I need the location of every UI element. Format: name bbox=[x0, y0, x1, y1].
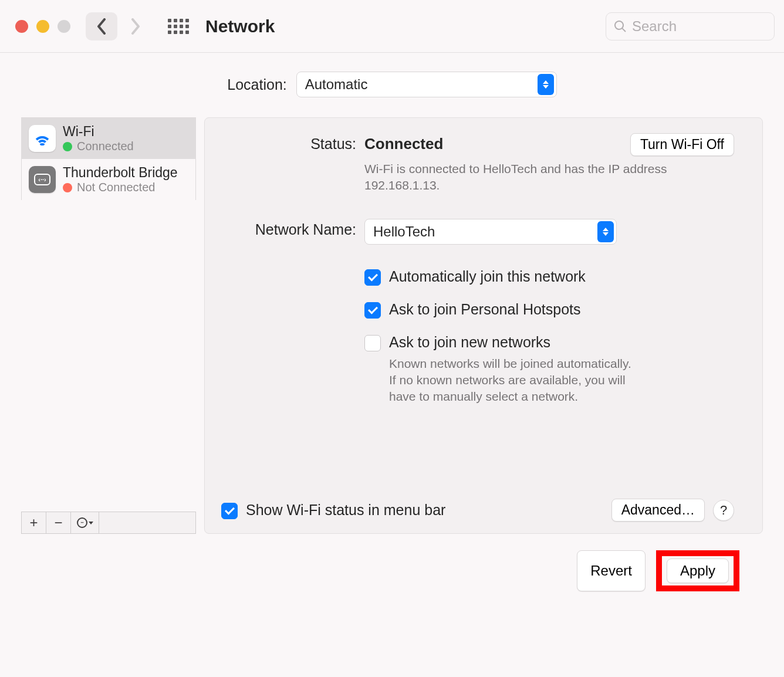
window-controls bbox=[15, 20, 70, 33]
footer-buttons: Revert Apply bbox=[21, 534, 763, 591]
back-button[interactable] bbox=[86, 12, 117, 40]
page-title: Network bbox=[205, 16, 275, 36]
service-status: Not Connected bbox=[77, 181, 155, 194]
remove-service-button[interactable]: − bbox=[46, 512, 71, 533]
status-dot-icon bbox=[63, 142, 72, 151]
detail-panel: Status: Connected Turn Wi-Fi Off Wi-Fi i… bbox=[204, 117, 763, 534]
service-name: Thunderbolt Bridge bbox=[63, 165, 178, 181]
sidebar-toolbar: + − ··· bbox=[21, 512, 196, 534]
apply-button[interactable]: Apply bbox=[667, 558, 729, 583]
new-networks-checkbox[interactable] bbox=[364, 335, 381, 351]
dropdown-stepper-icon bbox=[597, 221, 614, 242]
new-networks-label: Ask to join new networks bbox=[389, 334, 550, 350]
new-networks-checkbox-row: Ask to join new networks Known networks … bbox=[364, 334, 734, 405]
add-service-button[interactable]: + bbox=[22, 512, 46, 533]
turn-wifi-off-button[interactable]: Turn Wi-Fi Off bbox=[630, 133, 734, 156]
personal-hotspots-checkbox[interactable] bbox=[364, 302, 381, 319]
chevron-right-icon bbox=[130, 18, 141, 35]
service-status: Connected bbox=[77, 140, 134, 153]
network-name-label: Network Name: bbox=[221, 219, 356, 245]
location-label: Location: bbox=[227, 76, 286, 93]
close-window-button[interactable] bbox=[15, 20, 28, 33]
network-name-select[interactable]: HelloTech bbox=[364, 219, 617, 245]
network-name-value: HelloTech bbox=[373, 224, 435, 240]
location-value: Automatic bbox=[305, 76, 368, 93]
revert-button[interactable]: Revert bbox=[577, 550, 646, 591]
nav-buttons bbox=[86, 12, 151, 40]
location-row: Location: Automatic bbox=[21, 72, 763, 97]
dropdown-stepper-icon bbox=[538, 74, 554, 95]
titlebar: Network Search bbox=[0, 0, 784, 53]
auto-join-checkbox-row: Automatically join this network bbox=[364, 268, 734, 286]
service-list: Wi-Fi Connected ‹··› Thunderbolt Bridge bbox=[21, 117, 196, 512]
personal-hotspots-label: Ask to join Personal Hotspots bbox=[389, 301, 581, 318]
search-icon bbox=[613, 19, 627, 33]
more-actions-button[interactable]: ··· bbox=[71, 512, 99, 533]
status-description: Wi-Fi is connected to HelloTech and has … bbox=[364, 161, 734, 194]
search-placeholder: Search bbox=[632, 18, 677, 35]
status-dot-icon bbox=[63, 183, 72, 192]
show-status-checkbox-row: Show Wi-Fi status in menu bar bbox=[221, 502, 445, 519]
service-name: Wi-Fi bbox=[63, 124, 134, 140]
minimize-window-button[interactable] bbox=[36, 20, 49, 33]
chevron-left-icon bbox=[96, 18, 107, 35]
zoom-window-button[interactable] bbox=[58, 20, 70, 33]
location-select[interactable]: Automatic bbox=[296, 72, 557, 97]
show-status-label: Show Wi-Fi status in menu bar bbox=[246, 502, 445, 519]
service-item-wifi[interactable]: Wi-Fi Connected bbox=[21, 118, 196, 159]
thunderbolt-bridge-icon: ‹··› bbox=[29, 166, 56, 193]
more-icon: ··· bbox=[77, 517, 87, 528]
auto-join-label: Automatically join this network bbox=[389, 268, 586, 285]
chevron-down-icon bbox=[89, 522, 93, 524]
search-input[interactable]: Search bbox=[606, 12, 775, 40]
service-item-thunderbolt-bridge[interactable]: ‹··› Thunderbolt Bridge Not Connected bbox=[21, 159, 196, 200]
forward-button[interactable] bbox=[120, 12, 151, 40]
personal-hotspots-checkbox-row: Ask to join Personal Hotspots bbox=[364, 301, 734, 319]
auto-join-checkbox[interactable] bbox=[364, 269, 381, 286]
all-preferences-button[interactable] bbox=[168, 19, 189, 34]
apply-highlight: Apply bbox=[656, 550, 739, 591]
status-value: Connected bbox=[364, 135, 443, 153]
wifi-icon bbox=[29, 125, 56, 152]
services-sidebar: Wi-Fi Connected ‹··› Thunderbolt Bridge bbox=[21, 117, 196, 534]
show-status-checkbox[interactable] bbox=[221, 503, 238, 519]
status-label: Status: bbox=[221, 133, 356, 156]
new-networks-description: Known networks will be joined automatica… bbox=[389, 356, 636, 405]
advanced-button[interactable]: Advanced… bbox=[611, 499, 705, 522]
help-button[interactable]: ? bbox=[713, 500, 734, 521]
